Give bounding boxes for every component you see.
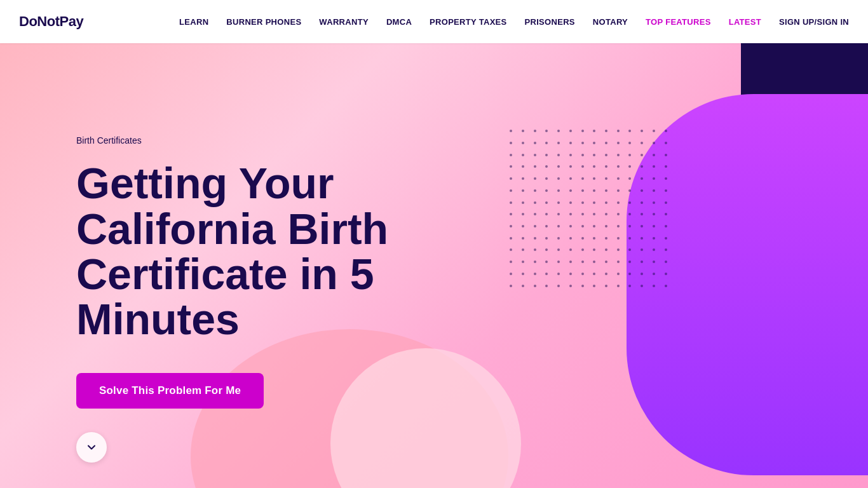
nav-burner-phones[interactable]: BURNER PHONES <box>226 17 301 27</box>
navbar: DoNotPay LEARN BURNER PHONES WARRANTY DM… <box>0 0 868 43</box>
breadcrumb: Birth Certificates <box>76 135 792 146</box>
nav-notary[interactable]: NOTARY <box>593 17 628 27</box>
nav-latest[interactable]: LATEST <box>729 17 761 27</box>
scroll-down-button[interactable] <box>76 432 107 463</box>
hero-title: Getting Your California Birth Certificat… <box>76 161 521 342</box>
hero-section: Birth Certificates Getting Your Californ… <box>0 43 868 488</box>
cta-button[interactable]: Solve This Problem For Me <box>76 373 264 409</box>
nav-links: LEARN BURNER PHONES WARRANTY DMCA PROPER… <box>179 16 849 27</box>
nav-dmca[interactable]: DMCA <box>386 17 412 27</box>
nav-warranty[interactable]: WARRANTY <box>319 17 369 27</box>
nav-prisoners[interactable]: PRISONERS <box>525 17 575 27</box>
chevron-down-icon <box>85 441 98 454</box>
nav-signin[interactable]: SIGN UP/SIGN IN <box>779 17 849 27</box>
nav-learn[interactable]: LEARN <box>179 17 208 27</box>
logo[interactable]: DoNotPay <box>19 13 83 30</box>
nav-property-taxes[interactable]: PROPERTY TAXES <box>430 17 506 27</box>
nav-top-features[interactable]: TOP FEATURES <box>646 17 711 27</box>
hero-content: Birth Certificates Getting Your Californ… <box>0 43 868 488</box>
